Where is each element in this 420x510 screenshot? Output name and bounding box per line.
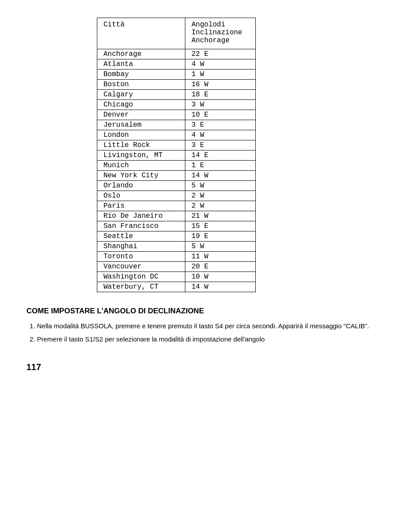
table-row: Washington DC10 W (97, 272, 256, 282)
table-row: Livingston, MT14 E (97, 150, 256, 161)
city-cell: Bombay (97, 70, 185, 80)
table-row: Waterbury, CT14 W (97, 282, 256, 292)
instructions-section: COME IMPOSTARE L'ANGOLO DI DECLINAZIONE … (26, 305, 369, 353)
page-number: 117 (26, 362, 41, 372)
table-row: Orlando5 W (97, 181, 256, 191)
city-cell: Livingston, MT (97, 150, 185, 161)
city-cell: Vancouver (97, 262, 185, 272)
angle-cell: 2 W (185, 191, 256, 201)
table-row: Atlanta4 W (97, 59, 256, 70)
table-row: Jerusalem3 E (97, 120, 256, 130)
table-row: Oslo2 W (97, 191, 256, 201)
instructions-title: COME IMPOSTARE L'ANGOLO DI DECLINAZIONE (26, 305, 369, 317)
city-cell: London (97, 130, 185, 140)
angle-cell: 14 W (185, 282, 256, 292)
table-row: Toronto11 W (97, 252, 256, 262)
city-cell: New York City (97, 171, 185, 181)
city-cell: Orlando (97, 181, 185, 191)
angle-cell: 10 W (185, 272, 256, 282)
table-row: San Francisco15 E (97, 221, 256, 231)
city-cell: Munich (97, 161, 185, 171)
angle-cell: 18 E (185, 90, 256, 100)
angle-cell: 3 E (185, 120, 256, 130)
city-cell: Washington DC (97, 272, 185, 282)
angle-cell: 14 E (185, 150, 256, 161)
table-row: Denver10 E (97, 110, 256, 120)
angle-cell: 14 W (185, 171, 256, 181)
city-cell: San Francisco (97, 221, 185, 231)
city-cell: Calgary (97, 90, 185, 100)
city-cell: Little Rock (97, 140, 185, 150)
angle-cell: 11 W (185, 252, 256, 262)
city-cell: Jerusalem (97, 120, 185, 130)
table-row: Little Rock3 E (97, 140, 256, 150)
table-row: London4 W (97, 130, 256, 140)
table-row: Shanghai5 W (97, 242, 256, 252)
col-header-city: Città (97, 18, 185, 49)
angle-cell: 5 W (185, 242, 256, 252)
table-wrapper: Città AngolodiInclinazioneAnchorage Anch… (97, 18, 256, 292)
angle-cell: 3 W (185, 100, 256, 110)
angle-cell: 15 E (185, 221, 256, 231)
angle-cell: 19 E (185, 231, 256, 242)
angle-cell: 16 W (185, 80, 256, 90)
table-row: Rio De Janeiro21 W (97, 211, 256, 221)
table-row: Boston16 W (97, 80, 256, 90)
angle-cell: 3 E (185, 140, 256, 150)
city-cell: Atlanta (97, 59, 185, 70)
city-cell: Boston (97, 80, 185, 90)
instructions-list: Nella modalità BUSSOLA, premere e tenere… (26, 321, 369, 345)
page-container: Città AngolodiInclinazioneAnchorage Anch… (26, 18, 394, 372)
angle-cell: 1 W (185, 70, 256, 80)
table-row: Anchorage22 E (97, 49, 256, 59)
city-cell: Shanghai (97, 242, 185, 252)
city-cell: Chicago (97, 100, 185, 110)
col-header-angle: AngolodiInclinazioneAnchorage (185, 18, 256, 49)
angle-cell: 21 W (185, 211, 256, 221)
table-row: Vancouver20 E (97, 262, 256, 272)
city-cell: Waterbury, CT (97, 282, 185, 292)
table-row: Munich1 E (97, 161, 256, 171)
angle-cell: 1 E (185, 161, 256, 171)
table-row: Seattle19 E (97, 231, 256, 242)
angle-cell: 10 E (185, 110, 256, 120)
angle-cell: 5 W (185, 181, 256, 191)
city-cell: Paris (97, 201, 185, 211)
angle-cell: 22 E (185, 49, 256, 59)
table-row: Calgary18 E (97, 90, 256, 100)
instruction-step-2: Premere il tasto S1/S2 per selezionare l… (37, 334, 369, 345)
table-row: Chicago3 W (97, 100, 256, 110)
city-cell: Rio De Janeiro (97, 211, 185, 221)
city-cell: Denver (97, 110, 185, 120)
declination-table: Città AngolodiInclinazioneAnchorage Anch… (97, 18, 256, 292)
city-cell: Anchorage (97, 49, 185, 59)
angle-cell: 2 W (185, 201, 256, 211)
angle-cell: 4 W (185, 130, 256, 140)
city-cell: Toronto (97, 252, 185, 262)
city-cell: Oslo (97, 191, 185, 201)
instruction-step-1: Nella modalità BUSSOLA, premere e tenere… (37, 321, 369, 331)
angle-cell: 4 W (185, 59, 256, 70)
table-row: Bombay1 W (97, 70, 256, 80)
angle-cell: 20 E (185, 262, 256, 272)
table-row: New York City14 W (97, 171, 256, 181)
city-cell: Seattle (97, 231, 185, 242)
table-row: Paris2 W (97, 201, 256, 211)
